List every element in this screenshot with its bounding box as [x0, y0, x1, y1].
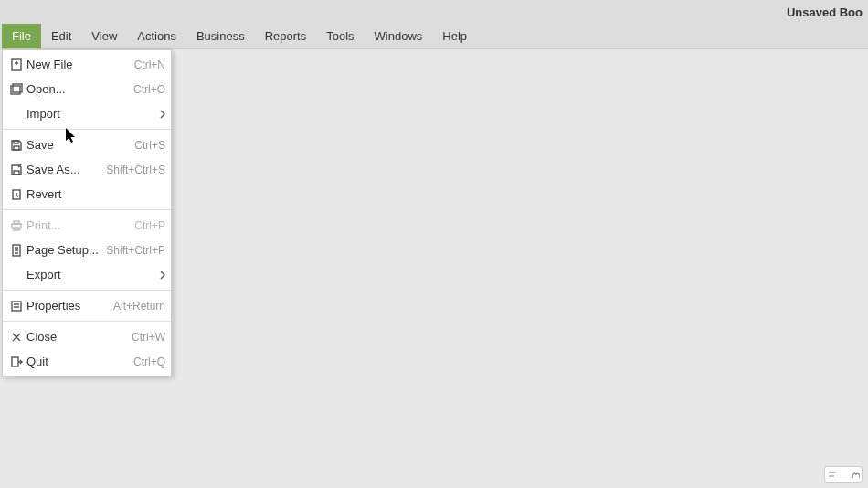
corner-badge	[824, 466, 863, 483]
menu-separator	[3, 290, 171, 291]
menu-item-shortcut: Ctrl+O	[133, 83, 165, 96]
menu-item-print: Print...Ctrl+P	[3, 213, 171, 238]
menu-item-quit[interactable]: QuitCtrl+Q	[3, 349, 171, 374]
menubar: FileEditViewActionsBusinessReportsToolsW…	[0, 24, 868, 49]
menu-item-new-file[interactable]: New FileCtrl+N	[3, 52, 171, 77]
menu-separator	[3, 321, 171, 322]
blank-icon	[8, 268, 25, 282]
submenu-arrow-icon	[158, 271, 165, 280]
menu-item-import[interactable]: Import	[3, 101, 171, 126]
blank-icon	[8, 107, 25, 122]
window-title: Unsaved Boo	[787, 5, 863, 19]
close-icon	[8, 330, 25, 345]
revert-icon	[8, 187, 25, 202]
svg-rect-11	[12, 302, 21, 311]
menu-item-shortcut: Ctrl+P	[134, 219, 165, 232]
submenu-arrow-icon	[158, 110, 165, 119]
menu-item-save[interactable]: SaveCtrl+S	[3, 133, 171, 157]
svg-rect-5	[14, 171, 19, 175]
menu-item-close[interactable]: CloseCtrl+W	[3, 324, 171, 349]
menu-item-shortcut: Ctrl+Q	[133, 355, 165, 368]
menu-view[interactable]: View	[81, 24, 127, 48]
page-setup-icon	[8, 243, 25, 258]
svg-rect-12	[12, 357, 18, 366]
menu-item-label: Revert	[26, 187, 61, 201]
mouse-cursor	[66, 128, 79, 148]
menu-item-properties[interactable]: PropertiesAlt+Return	[3, 293, 171, 318]
menu-file[interactable]: File	[2, 24, 41, 48]
menu-item-label: New File	[26, 58, 73, 71]
menu-item-shortcut: Alt+Return	[113, 300, 165, 313]
menu-windows[interactable]: Windows	[365, 24, 433, 48]
menu-reports[interactable]: Reports	[255, 24, 317, 48]
menu-item-open[interactable]: Open...Ctrl+O	[3, 77, 171, 101]
menu-help[interactable]: Help	[432, 24, 477, 48]
quit-icon	[8, 355, 25, 369]
menu-item-page-setup[interactable]: Page Setup...Shift+Ctrl+P	[3, 238, 171, 262]
open-icon	[8, 82, 25, 97]
properties-icon	[8, 299, 25, 313]
svg-rect-8	[14, 221, 19, 224]
menu-item-export[interactable]: Export	[3, 262, 171, 287]
print-icon	[8, 218, 25, 233]
menu-item-label: Save As...	[26, 163, 80, 176]
save-icon	[8, 138, 25, 153]
menu-actions[interactable]: Actions	[127, 24, 186, 48]
file-menu-dropdown: New FileCtrl+NOpen...Ctrl+OImportSaveCtr…	[2, 49, 172, 377]
menu-item-label: Print...	[26, 218, 61, 232]
menu-item-label: Close	[26, 330, 57, 344]
svg-rect-3	[14, 146, 19, 150]
menu-business[interactable]: Business	[186, 24, 255, 48]
menu-separator	[3, 129, 171, 130]
menu-item-shortcut: Shift+Ctrl+P	[106, 244, 165, 257]
menu-item-label: Properties	[26, 299, 80, 313]
menu-item-shortcut: Ctrl+S	[134, 139, 165, 152]
menu-item-label: Quit	[26, 355, 48, 368]
menu-item-shortcut: Ctrl+W	[132, 331, 165, 344]
menu-separator	[3, 209, 171, 210]
menu-item-save-as[interactable]: Save As...Shift+Ctrl+S	[3, 157, 171, 182]
menu-item-label: Open...	[26, 82, 66, 96]
menu-item-label: Save	[26, 138, 54, 152]
titlebar: Unsaved Boo	[0, 0, 868, 24]
save-as-icon	[8, 163, 25, 177]
menu-item-label: Import	[26, 107, 60, 121]
menu-edit[interactable]: Edit	[41, 24, 81, 48]
menu-item-revert[interactable]: Revert	[3, 182, 171, 207]
menu-item-shortcut: Shift+Ctrl+S	[106, 164, 165, 176]
svg-rect-4	[14, 141, 18, 143]
menu-item-label: Export	[26, 268, 61, 281]
menu-tools[interactable]: Tools	[316, 24, 364, 48]
new-file-icon	[8, 58, 25, 72]
menu-item-shortcut: Ctrl+N	[134, 58, 165, 71]
menu-item-label: Page Setup...	[26, 243, 99, 257]
